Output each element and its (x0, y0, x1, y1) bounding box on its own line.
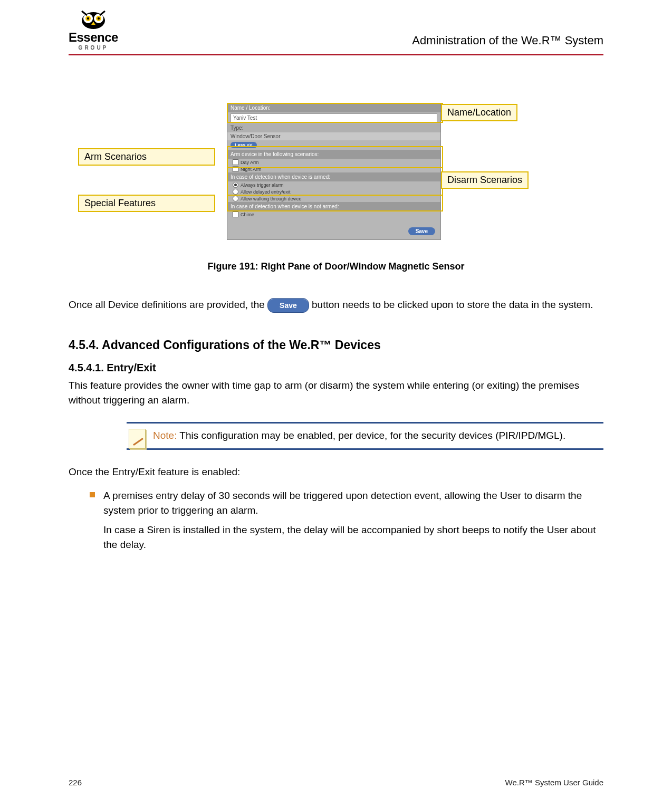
page-header-title: Administration of the We.R™ System (412, 34, 603, 51)
highlight-arm-scenarios (227, 146, 443, 168)
section-heading: 4.5.4. Advanced Configurations of the We… (69, 338, 603, 352)
bullet-text: A premises entry delay of 30 seconds wil… (103, 490, 582, 516)
figure-191: Name / Location: Yaniv Test Type: Window… (69, 103, 603, 245)
highlight-name-location (227, 103, 443, 123)
check-chime[interactable]: Chime (227, 211, 440, 218)
header-rule (69, 54, 603, 55)
type-label: Type: (227, 123, 440, 132)
owl-icon (79, 9, 108, 30)
note-text: This configuration may be enabled, per d… (177, 430, 565, 441)
paragraph-entry-exit-desc: This feature provides the owner with tim… (69, 378, 603, 407)
svg-point-5 (87, 17, 89, 20)
doc-title-footer: We.R™ System User Guide (505, 778, 603, 787)
highlight-disarm-scenarios (227, 167, 443, 196)
note-box: Note: This configuration may be enabled,… (127, 422, 603, 450)
bullet-item: A premises entry delay of 30 seconds wil… (90, 488, 603, 559)
logo-subtext: GROUP (79, 45, 109, 51)
type-value: Window/Door Sensor (227, 132, 440, 140)
figure-caption: Figure 191: Right Pane of Door/Window Ma… (69, 261, 603, 272)
paragraph-save-instruction: Once all Device definitions are provided… (69, 297, 603, 313)
inline-save-button[interactable]: Save (267, 298, 309, 313)
paragraph-once-enabled: Once the Entry/Exit feature is enabled: (69, 465, 603, 479)
highlight-special-features (227, 195, 443, 211)
page-number: 226 (69, 778, 82, 787)
callout-arm-scenarios: Arm Scenarios (78, 148, 215, 166)
text-fragment: button needs to be clicked upon to store… (312, 299, 593, 310)
brand-logo: Essence GROUP (69, 9, 118, 51)
callout-special-features: Special Features (78, 195, 215, 212)
bullet-continuation: In case a Siren is installed in the syst… (103, 523, 603, 552)
svg-point-6 (98, 17, 100, 20)
panel-save-button[interactable]: Save (408, 227, 435, 235)
logo-text: Essence (69, 30, 118, 45)
callout-name-location: Name/Location (441, 104, 517, 121)
text-fragment: Once all Device definitions are provided… (69, 299, 267, 310)
note-label: Note: (153, 430, 177, 441)
note-icon (129, 429, 146, 449)
check-label: Chime (241, 212, 254, 217)
callout-disarm-scenarios: Disarm Scenarios (441, 171, 529, 189)
bullet-marker-icon (90, 492, 95, 497)
subsection-heading: 4.5.4.1. Entry/Exit (69, 362, 603, 374)
